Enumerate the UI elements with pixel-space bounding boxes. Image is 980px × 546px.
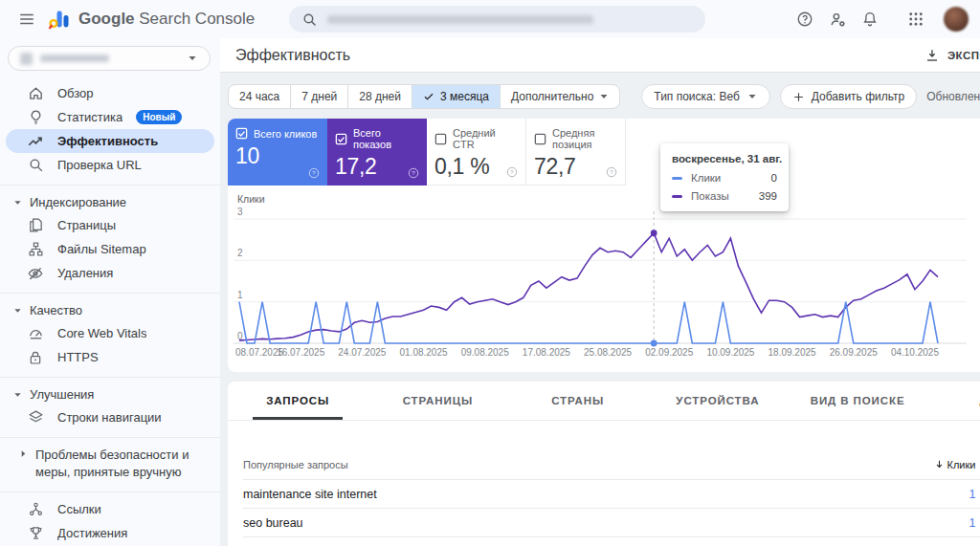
sidebar: ОбзорСтатистикаНовыйЭффективностьПроверк… [0,38,220,546]
date-range-28-дней[interactable]: 28 дней [347,85,412,108]
account-settings-icon[interactable] [823,5,852,33]
unchecked-checkbox[interactable] [534,133,546,145]
triangle-down-icon [13,390,22,399]
x-axis-tick: 18.09.2025 [768,347,816,358]
help-icon[interactable]: ? [603,164,620,181]
bell-icon[interactable] [856,5,884,33]
impressions-cell[interactable]: 153 [975,516,980,530]
help-icon[interactable]: ? [305,164,323,182]
table-row[interactable]: maintenance site internet12 651 [243,480,980,509]
new-badge: Новый [136,110,182,124]
column-header-clicks[interactable]: Клики [865,459,975,470]
sidebar-section-header[interactable]: Качество [0,298,220,321]
main-panel: Эффективность ЭКСПОРТИРОВАТЬ 24 часа7 дн… [220,38,980,546]
sidebar-section-header[interactable]: Улучшения [0,382,220,405]
tooltip-row: Клики0 [672,172,777,184]
sidebar-item-label: Проблемы безопасности и меры, принятые в… [35,447,205,480]
sidebar-item-ссылки[interactable]: Ссылки [6,497,214,521]
breadcrumbs-icon [27,409,44,426]
x-axis-tick: 16.07.2025 [277,347,324,358]
product-name: Google Search Console [78,10,255,29]
metric-card-1[interactable]: Всего показов17,2 тыс.? [327,119,427,186]
tab-даты[interactable]: ДАТЫ [927,382,980,420]
hamburger-menu-icon[interactable] [13,6,40,33]
x-axis-tick: 02.09.2025 [645,347,693,358]
sidebar-section: ОбзорСтатистикаНовыйЭффективностьПроверк… [0,76,220,182]
tab-страны[interactable]: СТРАНЫ [508,382,648,420]
export-button[interactable]: ЭКСПОРТИРОВАТЬ [924,48,980,63]
sidebar-item-страницы[interactable]: Страницы [6,213,214,237]
tooltip-value: 399 [759,190,777,202]
property-selector[interactable] [8,46,211,71]
checked-checkbox[interactable] [335,133,347,145]
svg-text:?: ? [610,168,613,175]
sidebar-item-label: HTTPS [57,350,99,364]
chevron-down-icon [599,92,609,101]
x-axis-tick: 01.08.2025 [399,347,447,358]
tab-устройства[interactable]: УСТРОЙСТВА [648,382,788,420]
date-range-3-месяца[interactable]: 3 месяца [412,85,500,108]
sidebar-item-label: Строки навигации [57,410,162,425]
home-icon [27,85,44,102]
sidebar-section-header[interactable]: Индексирование [0,190,220,213]
query-cell: maintenance site internet [243,488,865,501]
date-range-7-дней[interactable]: 7 дней [290,85,347,108]
apps-grid-icon[interactable] [902,5,930,33]
svg-text:?: ? [510,168,514,175]
sidebar-item-строки-навигации[interactable]: Строки навигации [6,405,214,429]
avatar[interactable] [944,7,969,32]
sidebar-item-обзор[interactable]: Обзор [6,81,214,105]
date-range-24-часа[interactable]: 24 часа [229,85,290,108]
tooltip-label: Клики [691,172,721,184]
column-header-impressions[interactable]: Показы [975,459,980,470]
help-icon[interactable]: ? [503,164,521,181]
tab-страницы[interactable]: СТРАНИЦЫ [368,382,507,420]
sidebar-item-эффективность[interactable]: Эффективность [6,129,214,153]
clicks-cell[interactable]: 1 [865,516,975,530]
sidebar-item-https[interactable]: HTTPS [6,345,214,369]
tooltip-value: 0 [771,172,777,184]
help-icon[interactable]: ? [405,164,422,182]
tab-запросы[interactable]: ЗАПРОСЫ [228,382,368,420]
date-range-more-button[interactable]: Дополнительно [500,85,619,108]
legend-dash-icon [672,177,682,180]
sidebar-item-label: Страницы [57,218,116,232]
sidebar-item-статистика[interactable]: СтатистикаНовый [6,105,214,129]
metric-card-3[interactable]: Средняя позиция72,7? [526,119,626,186]
add-filter-button[interactable]: Добавить фильтр [780,84,917,109]
sidebar-item-core-web-vitals[interactable]: Core Web Vitals [6,321,214,345]
sidebar-item-label: Ссылки [57,502,101,516]
global-search-input[interactable] [289,6,705,33]
time-series-chart[interactable]: КликиПоказы0123015030045008.07.202516.07… [228,186,980,372]
search-type-filter[interactable]: Тип поиска: Веб [641,84,769,109]
queries-table: Популярные запросы Клики Показы maintena… [228,449,980,537]
sidebar-item-достижения[interactable]: Достижения [6,521,214,545]
sidebar-item-удаления[interactable]: Удаления [6,261,214,285]
section-label: Качество [30,303,82,317]
table-row[interactable]: seo bureau1153 [243,509,980,537]
sidebar-item-label: Удаления [57,266,113,280]
tab-вид-в-поиске[interactable]: ВИД В ПОИСКЕ [788,382,927,420]
sidebar-item-файлы-sitemap[interactable]: Файлы Sitemap [6,237,214,261]
metric-card-0[interactable]: Всего кликов10? [228,119,327,186]
x-axis-tick: 10.09.2025 [706,347,754,358]
section-label: Индексирование [30,195,126,209]
column-header-queries[interactable]: Популярные запросы [243,459,865,470]
left-axis-tick: 0 [237,331,243,341]
checked-checkbox[interactable] [235,127,248,140]
impressions-cell[interactable]: 2 651 [975,488,980,501]
filter-bar: 24 часа7 дней28 дней3 месяцаДополнительн… [228,84,980,109]
table-header-row: Популярные запросы Клики Показы [243,449,980,480]
tooltip-date: воскресенье, 31 авг. [672,153,777,164]
sidebar-item-проверка-url[interactable]: Проверка URL [6,153,214,177]
check-icon [423,91,434,102]
metric-card-2[interactable]: Средний CTR0,1 %? [427,119,526,186]
sidebar-section: СсылкиДостиженияНастройки [0,491,220,546]
sidebar-item-проблемы-безопасности-и-меры-п[interactable]: Проблемы безопасности и меры, принятые в… [6,443,214,484]
help-icon[interactable] [791,5,819,33]
magnifier-icon [27,157,44,174]
trending-up-icon [27,133,44,150]
unchecked-checkbox[interactable] [434,133,447,145]
product-logo[interactable]: Google Search Console [48,8,255,31]
clicks-cell[interactable]: 1 [865,488,975,501]
